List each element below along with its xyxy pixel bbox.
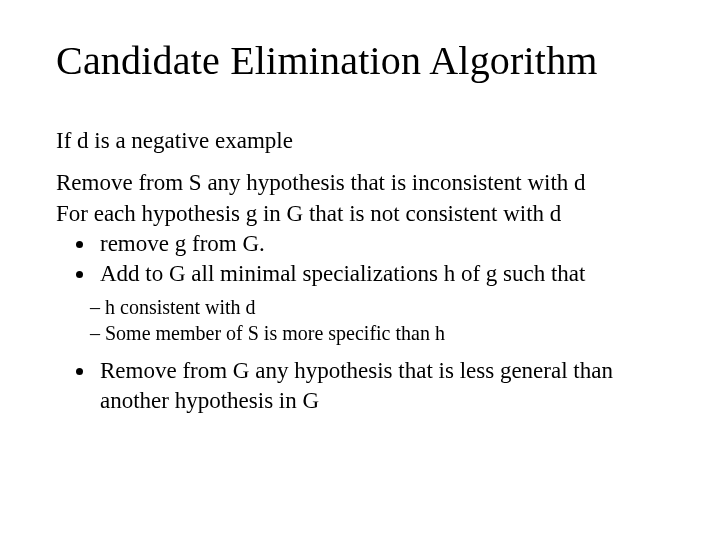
slide-title: Candidate Elimination Algorithm [56, 38, 664, 84]
slide-body: If d is a negative example Remove from S… [56, 126, 664, 417]
body-line-2: For each hypothesis g in G that is not c… [56, 199, 664, 229]
sub-bullet-list: h consistent with d Some member of S is … [56, 294, 664, 346]
sub-bullet-item: Some member of S is more specific than h [90, 320, 664, 346]
intro-line: If d is a negative example [56, 126, 664, 156]
bullet-item: Remove from G any hypothesis that is les… [96, 356, 664, 417]
bullet-item: remove g from G. [96, 229, 664, 259]
bullet-list-2: Remove from G any hypothesis that is les… [56, 356, 664, 417]
sub-bullet-item: h consistent with d [90, 294, 664, 320]
bullet-list-1: remove g from G. Add to G all minimal sp… [56, 229, 664, 290]
bullet-item: Add to G all minimal specializations h o… [96, 259, 664, 289]
slide: Candidate Elimination Algorithm If d is … [0, 0, 720, 540]
body-line-1: Remove from S any hypothesis that is inc… [56, 168, 664, 198]
